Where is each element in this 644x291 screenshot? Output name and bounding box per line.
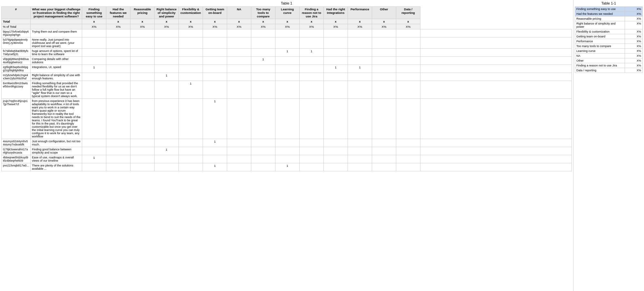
data-cell: [420, 73, 572, 81]
pct-v0: X%: [82, 24, 106, 29]
side-row-value: X%: [625, 44, 642, 49]
pct-v3: X%: [155, 24, 179, 29]
side-table-row: PerformanceX%: [575, 39, 643, 44]
data-cell: [130, 99, 155, 139]
data-cell: 1: [82, 65, 106, 73]
side-row-value: X%: [625, 16, 642, 21]
data-cell: [155, 163, 179, 171]
data-cell: [82, 147, 106, 155]
side-tbody: Finding something easy to useX%Had the f…: [575, 7, 643, 73]
data-cell: [348, 139, 372, 147]
data-cell: [106, 147, 130, 155]
side-row-value: X%: [625, 63, 642, 68]
data-cell: [300, 163, 324, 171]
row-text: Finding something that provided the need…: [31, 81, 82, 99]
row-id: 6xn9ta4zd9m2r9a4sef56xn9hgizzaxy: [2, 81, 31, 99]
side-row-label: Right balance of simplicity and power: [575, 21, 625, 29]
data-cell: [227, 73, 251, 81]
data-cell: [372, 49, 396, 57]
table-row: bipyy170vfcw0zbipy6rhjaosy0qrhgnTrying t…: [2, 29, 572, 37]
row-text: Right balance of simplicity of use with …: [31, 73, 82, 81]
data-cell: [155, 37, 179, 49]
data-cell: [106, 139, 130, 147]
data-cell: [130, 155, 155, 163]
data-cell: [275, 81, 300, 99]
row-text: Comparing details with other solutions: [31, 57, 82, 65]
total-v12: x: [372, 19, 396, 24]
data-cell: [275, 37, 300, 49]
data-cell: [251, 29, 275, 37]
row-id: bipyy170vfcw0zbipy6rhjaosy0qrhgn: [2, 29, 31, 37]
data-cell: [106, 73, 130, 81]
header-col-13: Performance: [348, 7, 372, 19]
data-cell: 1: [275, 163, 300, 171]
header-col-11: Finding a reason not to use Jira: [300, 7, 324, 19]
side-row-value: X%: [625, 29, 642, 34]
data-cell: [324, 139, 348, 147]
table-row: pvo223vnqb6l17w0...There are plenty of t…: [2, 163, 572, 171]
data-cell: 1: [155, 73, 179, 81]
data-cell: [155, 81, 179, 99]
data-cell: [420, 81, 572, 99]
data-cell: [227, 49, 251, 57]
side-row-value: X%: [625, 54, 642, 58]
row-text: Ease of use, roadmaps & overall views of…: [31, 155, 82, 163]
header-col-12: Had the right Integrations: [324, 7, 348, 19]
data-cell: [179, 99, 203, 139]
data-cell: [324, 57, 348, 65]
data-cell: [203, 155, 227, 163]
data-cell: [420, 155, 572, 163]
row-id: jcujo7npj5rc45jcujo17jp7fxew47cf: [2, 99, 31, 139]
total-v8: x: [275, 19, 300, 24]
data-cell: [251, 139, 275, 147]
pct-v12: X%: [372, 24, 396, 29]
table-row: ly379jptpdqwq4mnly0mtnj zy36mri0oNone re…: [2, 37, 572, 49]
data-cell: [203, 73, 227, 81]
side-row-label: Reasonable pricing: [575, 16, 625, 21]
pct-v7: X%: [251, 24, 275, 29]
side-table-row: Flexibility & customizationX%: [575, 29, 643, 34]
pct-v10: X%: [324, 24, 348, 29]
data-cell: [372, 99, 396, 139]
side-row-value: X%: [625, 34, 642, 39]
data-cell: [227, 65, 251, 73]
side-row-label: Performance: [575, 39, 625, 44]
data-cell: [82, 73, 106, 81]
data-cell: [396, 49, 420, 57]
data-cell: [372, 57, 396, 65]
data-cell: [179, 49, 203, 57]
data-cell: [130, 29, 155, 37]
pct-v2: X%: [130, 24, 155, 29]
row-id: 4b6eqrwe5hdzkuyd9kfz4b6eqrhel609: [2, 155, 31, 163]
data-cell: [420, 65, 572, 73]
side-row-label: Flexibility & customization: [575, 29, 625, 34]
data-cell: [300, 37, 324, 49]
data-cell: [372, 81, 396, 99]
total-v4: x: [179, 19, 203, 24]
side-table-row: Too many tools to compareX%: [575, 44, 643, 49]
data-cell: [348, 99, 372, 139]
table-row: m2ybzwhdp6c2ng44x3wm2ybzrh9z0hufRight ba…: [2, 73, 572, 81]
data-cell: [203, 49, 227, 57]
data-cell: [227, 37, 251, 49]
data-cell: [420, 99, 572, 139]
data-cell: 1: [155, 147, 179, 155]
header-col-10: Learning curve: [275, 7, 300, 19]
data-cell: [251, 163, 275, 171]
data-cell: [82, 49, 106, 57]
side-table-row: NAX%: [575, 54, 643, 58]
data-cell: [300, 57, 324, 65]
total-blank: [31, 19, 82, 24]
row-id: t179jk3swwrafmt17anfghuoydncavia: [2, 147, 31, 155]
data-cell: [300, 65, 324, 73]
side-row-label: Getting team on-board: [575, 34, 625, 39]
data-cell: [275, 155, 300, 163]
data-cell: [324, 155, 348, 163]
data-cell: [179, 37, 203, 49]
data-cell: [275, 57, 300, 65]
data-cell: [372, 65, 396, 73]
data-cell: [396, 99, 420, 139]
data-cell: 1: [348, 65, 372, 73]
data-cell: [179, 29, 203, 37]
data-cell: [106, 29, 130, 37]
